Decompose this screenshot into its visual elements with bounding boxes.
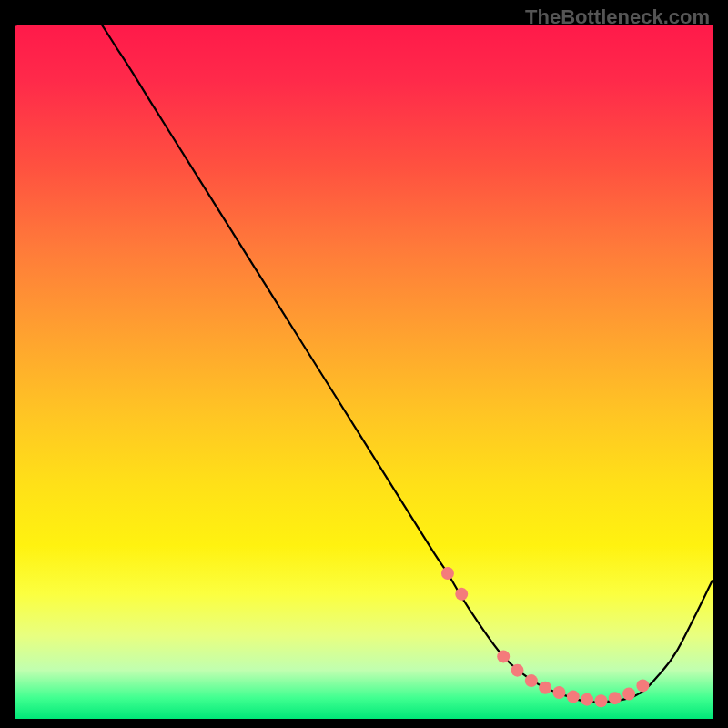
accent-dot	[511, 664, 524, 677]
accent-dot	[441, 567, 454, 580]
accent-dot	[567, 691, 580, 703]
bottleneck-curve	[15, 25, 713, 719]
accent-dot	[455, 588, 468, 601]
accent-dot	[622, 688, 635, 701]
accent-dot	[552, 686, 565, 699]
accent-dot	[636, 679, 649, 692]
accent-dot	[594, 694, 607, 707]
accent-dot	[581, 693, 593, 706]
chart-plot-area	[15, 25, 713, 719]
watermark-text: TheBottleneck.com	[525, 5, 710, 29]
accent-dot	[497, 650, 510, 662]
accent-dot	[525, 674, 538, 687]
accent-dot	[609, 692, 622, 704]
accent-dot	[539, 682, 551, 694]
